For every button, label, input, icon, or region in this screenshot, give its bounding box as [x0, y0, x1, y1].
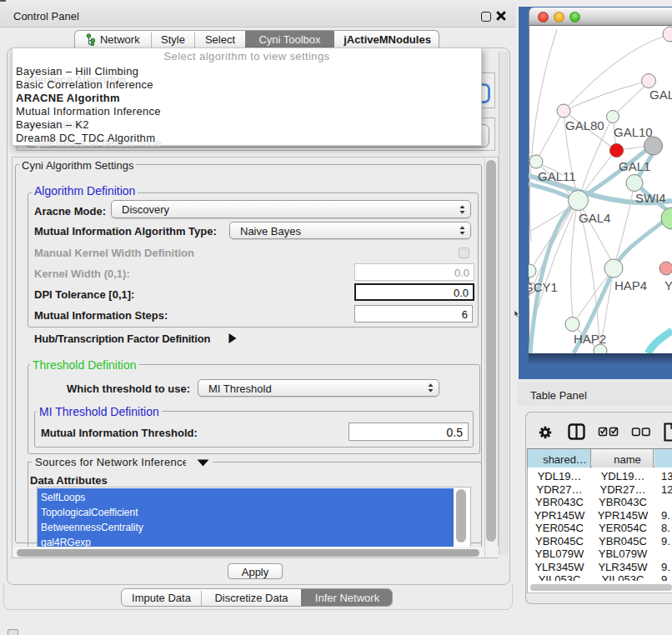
svg-text:GAL7: GAL7: [649, 88, 672, 102]
svg-text:GAL80: GAL80: [565, 118, 604, 132]
svg-text:SWI4: SWI4: [635, 191, 666, 205]
svg-text:HAP4: HAP4: [614, 278, 647, 292]
svg-text:GAL10: GAL10: [614, 125, 653, 139]
svg-text:HAP2: HAP2: [574, 332, 606, 346]
svg-text:GCY1: GCY1: [529, 280, 558, 294]
svg-text:GAL1: GAL1: [619, 159, 650, 173]
svg-text:Y: Y: [664, 278, 672, 292]
svg-text:GAL11: GAL11: [538, 169, 576, 183]
svg-text:GAL4: GAL4: [579, 211, 610, 225]
